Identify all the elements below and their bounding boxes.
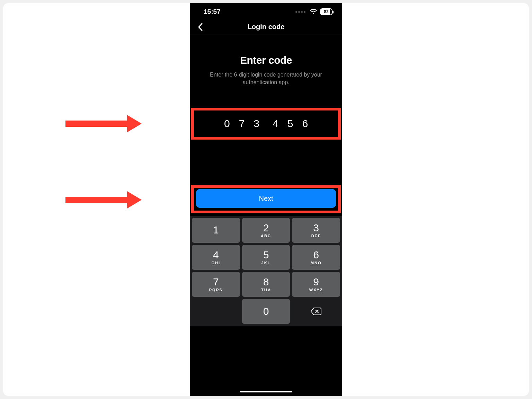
- annotation-arrow-next: [65, 191, 142, 209]
- battery-level: 82: [324, 9, 328, 14]
- status-bar: 15:57 82: [190, 3, 342, 19]
- keypad-letters: DEF: [311, 234, 321, 238]
- keypad-key-1[interactable]: 1: [192, 218, 240, 243]
- keypad-key-6[interactable]: 6MNO: [292, 245, 340, 270]
- keypad-num: 7: [213, 277, 219, 287]
- recording-indicator-icon: [295, 11, 305, 13]
- keypad-key-backspace[interactable]: [292, 299, 340, 324]
- code-digit-6: 6: [302, 118, 308, 130]
- svg-marker-1: [127, 115, 142, 132]
- page-heading: Enter code: [190, 54, 342, 66]
- home-indicator[interactable]: [240, 391, 292, 392]
- keypad-num: 0: [263, 306, 269, 317]
- canvas: 15:57 82 Login code Enter code Enter the…: [3, 3, 529, 396]
- keypad-num: 5: [263, 250, 269, 260]
- keypad-letters: MNO: [311, 261, 322, 265]
- keypad-letters: PQRS: [209, 288, 223, 292]
- annotation-arrow-code: [65, 115, 142, 132]
- nav-title: Login code: [248, 23, 285, 31]
- numeric-keypad: 1 2ABC 3DEF 4GHI 5JKL 6MNO 7PQRS 8TUV 9W…: [190, 216, 342, 326]
- battery-icon: 82: [320, 8, 332, 15]
- keypad-letters: TUV: [261, 288, 271, 292]
- next-button[interactable]: Next: [196, 189, 336, 208]
- keypad-key-4[interactable]: 4GHI: [192, 245, 240, 270]
- keypad-key-0[interactable]: 0: [242, 299, 290, 324]
- wifi-icon: [310, 9, 317, 15]
- code-input[interactable]: 0 7 3 4 5 6: [190, 108, 342, 140]
- svg-marker-3: [127, 191, 142, 209]
- keypad-num: 1: [213, 225, 219, 235]
- keypad-letters: JKL: [261, 261, 271, 265]
- nav-bar: Login code: [190, 19, 342, 35]
- keypad-key-5[interactable]: 5JKL: [242, 245, 290, 270]
- keypad-num: 4: [213, 250, 219, 260]
- keypad-key-7[interactable]: 7PQRS: [192, 272, 240, 297]
- keypad-letters: GHI: [212, 261, 221, 265]
- code-digit-4: 4: [273, 118, 278, 130]
- keypad-key-blank: [192, 299, 240, 324]
- keypad-letters: WXYZ: [309, 288, 323, 292]
- back-button[interactable]: [195, 22, 205, 32]
- code-digit-3: 3: [254, 118, 259, 130]
- keypad-num: 9: [313, 277, 319, 287]
- page-subheading: Enter the 6-digit login code generated b…: [200, 71, 332, 86]
- keypad-key-9[interactable]: 9WXYZ: [292, 272, 340, 297]
- content: Enter code Enter the 6-digit login code …: [190, 35, 342, 86]
- keypad-key-8[interactable]: 8TUV: [242, 272, 290, 297]
- keypad-num: 6: [313, 250, 319, 260]
- code-digit-1: 0: [224, 118, 230, 130]
- keypad-key-3[interactable]: 3DEF: [292, 218, 340, 243]
- keypad-letters: ABC: [261, 234, 271, 238]
- code-digit-2: 7: [239, 118, 245, 130]
- keypad-num: 3: [313, 223, 319, 233]
- chevron-left-icon: [198, 23, 203, 31]
- keypad-num: 2: [263, 223, 269, 233]
- backspace-icon: [310, 307, 322, 316]
- code-digit-5: 5: [287, 118, 293, 130]
- phone-frame: 15:57 82 Login code Enter code Enter the…: [190, 3, 342, 396]
- keypad-num: 8: [263, 277, 269, 287]
- status-right: 82: [295, 8, 332, 15]
- keypad-key-2[interactable]: 2ABC: [242, 218, 290, 243]
- status-time: 15:57: [204, 8, 221, 16]
